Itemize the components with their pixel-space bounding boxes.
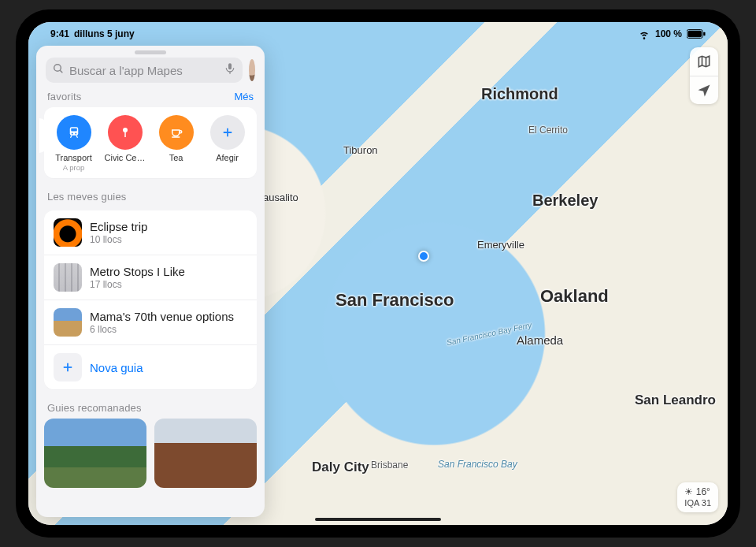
favorites-card: Transport A prop Civic Ce… Tea (44, 107, 257, 178)
status-date: dilluns 5 juny (74, 28, 135, 39)
weather-temp: 16° (696, 486, 710, 497)
svg-point-7 (71, 133, 72, 135)
wifi-icon (638, 28, 650, 40)
new-guide-label: Nova guia (90, 361, 143, 374)
svg-rect-1 (687, 30, 702, 36)
map-label: Brisbane (371, 460, 408, 471)
guide-thumbnail (54, 308, 82, 337)
svg-rect-9 (71, 128, 77, 132)
recommended-guide-card[interactable] (44, 419, 146, 488)
guide-title: Mama's 70th venue options (90, 310, 234, 323)
plus-icon (54, 353, 82, 381)
favorite-label: Afegir (202, 153, 252, 162)
map-label: Tiburon (343, 144, 378, 156)
map-label: El Cerrito (528, 125, 568, 136)
favorite-add[interactable]: Afegir (202, 115, 252, 172)
guide-subtitle: 10 llocs (90, 234, 147, 245)
favorite-tea[interactable]: Tea (151, 115, 201, 172)
guide-row[interactable]: Mama's 70th venue options 6 llocs (44, 300, 257, 345)
favorites-more-link[interactable]: Més (234, 91, 254, 102)
favorite-label: Transport (49, 153, 98, 162)
favorite-label: Tea (151, 153, 201, 162)
panel-grabber[interactable] (135, 50, 166, 54)
transit-icon (57, 115, 91, 150)
svg-point-3 (54, 65, 61, 72)
status-bar: 9:41 dilluns 5 juny 100 % (28, 22, 728, 41)
search-field[interactable] (46, 58, 243, 83)
microphone-icon[interactable] (224, 62, 236, 78)
search-panel: favorits Més Transport A prop Civic Ce… (36, 46, 265, 517)
guide-title: Eclipse trip (90, 220, 147, 233)
guide-thumbnail (54, 263, 82, 292)
home-indicator[interactable] (315, 518, 441, 521)
favorites-heading: favorits (47, 91, 82, 102)
map-label: Berkeley (532, 192, 598, 210)
guide-thumbnail (54, 218, 82, 247)
map-label: San Leandro (635, 393, 716, 408)
svg-rect-5 (228, 63, 232, 69)
favorite-label: Civic Ce… (100, 153, 150, 162)
favorite-sublabel: A prop (49, 163, 98, 172)
map-mode-button[interactable] (690, 47, 718, 76)
svg-point-8 (75, 133, 76, 135)
search-input[interactable] (69, 64, 219, 77)
locate-me-button[interactable] (690, 76, 718, 104)
map-label: Emeryville (477, 239, 524, 251)
map-label: Daly City (312, 460, 369, 475)
new-guide-button[interactable]: Nova guia (44, 345, 257, 389)
recommended-guide-card[interactable] (154, 419, 257, 488)
map-label: Oakland (540, 286, 609, 307)
svg-rect-2 (703, 32, 705, 35)
map-label: Richmond (481, 85, 558, 103)
search-icon (52, 62, 65, 78)
svg-rect-12 (172, 136, 180, 138)
weather-badge[interactable]: ☀︎ 16° IQA 31 (677, 482, 718, 512)
guide-subtitle: 6 llocs (90, 324, 234, 335)
battery-icon (687, 29, 706, 39)
map-label: San Francisco (335, 290, 454, 311)
guide-subtitle: 17 llocs (90, 279, 185, 290)
guide-row[interactable]: Metro Stops I Like 17 llocs (44, 255, 257, 300)
map-label: San Francisco Bay (438, 459, 517, 470)
plus-icon (210, 115, 245, 150)
guide-title: Metro Stops I Like (90, 265, 185, 278)
recommended-guides-heading: Guies recomanades (47, 402, 142, 414)
weather-aqi: IQA 31 (684, 498, 711, 508)
guide-row[interactable]: Eclipse trip 10 llocs (44, 210, 257, 255)
cup-icon (159, 115, 194, 150)
status-time: 9:41 (50, 28, 69, 39)
map-label: Alameda (517, 333, 563, 347)
profile-avatar[interactable] (249, 59, 255, 81)
map-label: ausalito (263, 192, 298, 203)
svg-rect-11 (124, 132, 126, 138)
favorite-transport[interactable]: Transport A prop (49, 115, 98, 172)
pin-icon (108, 115, 143, 150)
user-location-dot (418, 251, 429, 262)
status-battery-text: 100 % (655, 28, 682, 39)
my-guides-heading: Les meves guies (47, 191, 127, 203)
svg-line-4 (60, 70, 62, 73)
favorite-civic-center[interactable]: Civic Ce… (100, 115, 150, 172)
